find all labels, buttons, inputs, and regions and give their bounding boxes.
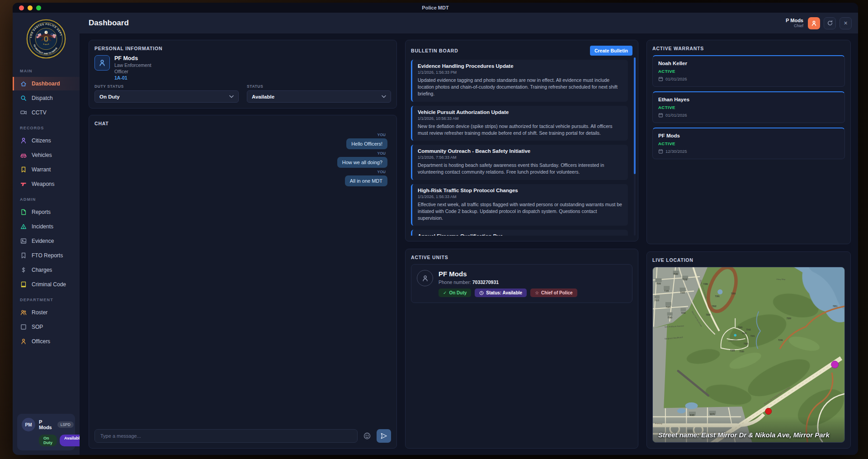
duty-status-value: On Duty — [99, 94, 120, 99]
sidebar-item-roster[interactable]: Roster — [13, 306, 80, 319]
sidebar-item-charges[interactable]: Charges — [13, 263, 80, 277]
sidebar-item-dispatch[interactable]: Dispatch — [13, 91, 80, 105]
emoji-button[interactable] — [361, 430, 373, 442]
svg-text:Glory Way: Glory Way — [776, 278, 786, 280]
chat-messages: YOU Hello Officers! YOU How we all doing… — [94, 126, 391, 425]
close-button[interactable]: × — [840, 17, 852, 29]
scrollbar-thumb[interactable] — [634, 57, 636, 174]
panel-title: LIVE LOCATION — [652, 257, 845, 263]
sidebar-item-citizens[interactable]: Citizens — [13, 134, 80, 147]
unit-name: PF Mods — [439, 270, 577, 278]
chevron-down-icon — [229, 95, 234, 98]
profile-button[interactable] — [808, 17, 820, 29]
svg-text:7113: 7113 — [655, 299, 659, 302]
sidebar-item-vehicles[interactable]: Vehicles — [13, 148, 80, 162]
sidebar-item-officers[interactable]: Officers — [13, 335, 80, 348]
warrant-list: Noah Keller ACTIVE 01/01/2026 Ethan Haye… — [652, 55, 845, 159]
warrant-status: ACTIVE — [658, 69, 839, 74]
create-bulletin-button[interactable]: Create Bulletin — [590, 46, 632, 56]
warrant-status: ACTIVE — [658, 105, 839, 110]
nav-section-records: RECORDS — [13, 120, 80, 133]
bulletin-card[interactable]: High-Risk Traffic Stop Protocol Changes … — [411, 184, 628, 226]
warrant-card[interactable]: PF Mods ACTIVE 12/30/2025 — [652, 128, 845, 159]
bulletin-card[interactable]: Annual Firearms Qualification Due 12/31/… — [411, 230, 628, 236]
warrant-status: ACTIVE — [658, 141, 839, 146]
svg-text:7342: 7342 — [746, 329, 751, 331]
star-icon: ☆ — [535, 290, 539, 295]
search-icon — [20, 95, 27, 102]
bulletin-body: New tire deflation device (spike strips)… — [418, 123, 623, 137]
unit-card[interactable]: PF Mods Phone number: 7033270931 ✓On Dut… — [411, 264, 632, 303]
map-marker-magenta — [831, 361, 839, 368]
svg-text:7330: 7330 — [740, 350, 745, 353]
avatar: PM — [22, 418, 35, 431]
bulletin-card[interactable]: Community Outreach - Beach Safety Initia… — [411, 145, 628, 180]
camera-icon — [20, 109, 27, 116]
status-select[interactable]: Available — [247, 90, 391, 103]
warrant-name: Ethan Hayes — [658, 97, 839, 102]
sidebar-item-reports[interactable]: Reports — [13, 205, 80, 219]
warrant-card[interactable]: Ethan Hayes ACTIVE 01/01/2026 — [652, 91, 845, 123]
sidebar-item-label: Criminal Code — [32, 281, 66, 288]
sidebar-item-evidence[interactable]: Evidence — [13, 234, 80, 248]
sidebar-user-card[interactable]: PM P Mods LSPD On Duty Available — [17, 414, 75, 450]
bookmark-icon — [20, 166, 27, 173]
bulletin-body: Department is hosting beach safety aware… — [418, 162, 623, 175]
send-button[interactable] — [377, 429, 391, 443]
sidebar-item-incidents[interactable]: Incidents — [13, 220, 80, 233]
unit-avatar — [417, 270, 433, 286]
chat-input[interactable] — [94, 429, 358, 443]
status-value: Available — [252, 94, 274, 99]
sidebar-item-label: Officers — [32, 338, 50, 345]
svg-text:7284: 7284 — [681, 312, 686, 314]
svg-text:7340: 7340 — [742, 332, 747, 335]
sidebar-item-sop[interactable]: SOP — [13, 320, 80, 334]
svg-text:7343: 7343 — [738, 327, 743, 329]
sidebar-item-label: Reports — [32, 209, 51, 215]
duty-status-select[interactable]: On Duty — [94, 90, 239, 103]
lspd-logo: LOS SANTOS POLICE DEPT TO PROTECT AND TO… — [26, 19, 66, 59]
sidebar-item-warrant[interactable]: Warrant — [13, 163, 80, 176]
sidebar-item-weapons[interactable]: Weapons — [13, 177, 80, 191]
nav-section-admin: ADMIN — [13, 192, 80, 204]
svg-text:7104: 7104 — [666, 306, 671, 308]
bulletin-timestamp: 1/1/2026, 1:56:33 PM — [418, 70, 623, 75]
bulletin-body: Effective next week, all traffic stops f… — [418, 201, 623, 222]
department-badge: LSPD — [57, 421, 74, 428]
send-icon — [381, 433, 387, 439]
officer-org: Law Enforcement — [114, 62, 151, 68]
bulletin-card[interactable]: Vehicle Pursuit Authorization Update 1/1… — [411, 106, 628, 141]
warrant-name: Noah Keller — [658, 61, 839, 66]
close-icon: × — [844, 19, 847, 27]
bulletin-card[interactable]: Evidence Handling Procedures Update 1/1/… — [411, 60, 628, 102]
phone-label: Phone number: — [439, 279, 471, 285]
warrant-card[interactable]: Noah Keller ACTIVE 01/01/2026 — [652, 55, 845, 87]
svg-text:7102: 7102 — [683, 279, 688, 281]
bulletin-title: Evidence Handling Procedures Update — [418, 63, 623, 69]
image-icon — [20, 237, 27, 245]
bulletin-list: Evidence Handling Procedures Update 1/1/… — [411, 60, 632, 236]
sidebar-item-criminal-code[interactable]: Criminal Code — [13, 278, 80, 291]
bulletin-board-panel: BULLETIN BOARD Create Bulletin Evidence … — [405, 40, 638, 241]
person-icon — [811, 20, 817, 27]
officer-icon — [20, 338, 27, 345]
titlebar: Police MDT — [13, 3, 858, 13]
bulletin-title: Community Outreach - Beach Safety Initia… — [418, 148, 623, 154]
sidebar-item-fto-reports[interactable]: FTO Reports — [13, 249, 80, 262]
refresh-button[interactable] — [824, 17, 836, 29]
header-user-role: Chief — [786, 24, 803, 28]
person-icon — [421, 274, 429, 282]
sidebar-item-cctv[interactable]: CCTV — [13, 106, 80, 119]
svg-text:7283: 7283 — [668, 317, 673, 319]
sidebar-item-label: Evidence — [32, 238, 54, 244]
sidebar-nav: MAIN Dashboard Dispatch CCTV RECORDS Cit… — [13, 63, 80, 409]
chat-panel: CHAT YOU Hello Officers! YOU How we all … — [89, 115, 397, 449]
bulletin-timestamp: 1/1/2026, 1:56:33 AM — [418, 194, 623, 199]
header-user-name: P Mods — [786, 18, 803, 24]
bulletin-title: Annual Firearms Qualification Due — [418, 233, 623, 236]
gun-icon — [20, 180, 27, 188]
calendar-icon — [658, 149, 663, 154]
bulletin-timestamp: 1/1/2026, 7:56:33 AM — [418, 155, 623, 160]
unit-rank-badge: ☆Chief of Police — [530, 289, 577, 297]
sidebar-item-dashboard[interactable]: Dashboard — [13, 77, 80, 90]
